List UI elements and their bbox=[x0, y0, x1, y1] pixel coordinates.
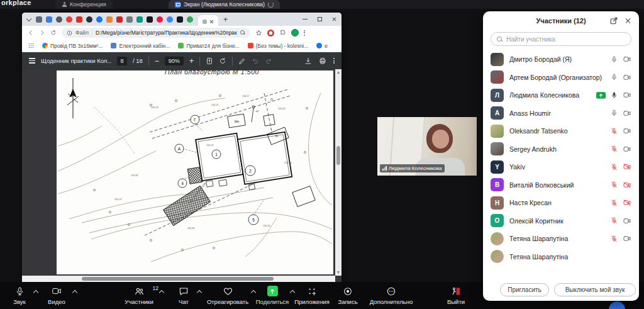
scroll-down-arrow[interactable] bbox=[337, 271, 340, 274]
pinned-tab-favicon[interactable] bbox=[96, 16, 103, 23]
url-omnibox[interactable]: Файл D:/Mega/різне/Магістратура/Практика… bbox=[62, 28, 250, 38]
share-button[interactable]: Поделиться bbox=[253, 285, 292, 305]
profile-avatar[interactable] bbox=[291, 29, 299, 37]
invite-button[interactable]: Пригласить bbox=[500, 283, 549, 296]
new-tab-button[interactable]: + bbox=[223, 16, 228, 23]
forward-icon[interactable] bbox=[39, 30, 45, 36]
pinned-tab-favicon[interactable] bbox=[187, 16, 193, 23]
chevron-up-icon[interactable] bbox=[33, 290, 38, 295]
pinned-tab-favicon[interactable] bbox=[136, 16, 143, 23]
pdf-more-icon[interactable] bbox=[333, 58, 335, 64]
fit-page-icon[interactable] bbox=[206, 57, 213, 65]
record-button[interactable]: Запись bbox=[332, 285, 364, 305]
horizontal-scrollbar[interactable] bbox=[22, 276, 335, 282]
bookmark-item[interactable]: (Без темы) - kolesni... bbox=[248, 43, 309, 49]
apps-button[interactable]: Приложения bbox=[292, 285, 332, 305]
extensions-puzzle-icon[interactable] bbox=[279, 30, 286, 37]
reload-icon[interactable] bbox=[50, 30, 57, 36]
participant-row[interactable]: Л Людмила Колесникова bbox=[483, 86, 639, 104]
bookmark-item[interactable]: Приват24 для бізне... bbox=[178, 43, 239, 49]
participant-row[interactable]: Тетяна Шарапутіна bbox=[483, 230, 639, 248]
download-icon[interactable] bbox=[304, 57, 312, 65]
pinned-tab-favicon[interactable] bbox=[106, 16, 113, 23]
participant-row[interactable]: A Anass Houmir bbox=[483, 104, 639, 123]
pinned-tab-favicon[interactable] bbox=[116, 16, 123, 23]
react-button[interactable]: Отреагировать bbox=[203, 285, 253, 305]
participant-row[interactable]: Oleksandr Tatsenko bbox=[483, 122, 639, 140]
pinned-tab-favicon[interactable] bbox=[177, 16, 183, 23]
print-icon[interactable] bbox=[319, 57, 326, 65]
participant-row[interactable]: Y Yakiv bbox=[483, 158, 639, 176]
browser-menu-icon[interactable] bbox=[304, 30, 305, 36]
more-button[interactable]: Дополнительно bbox=[366, 285, 416, 305]
apps-grid-icon[interactable] bbox=[28, 43, 34, 48]
pinned-tab-favicon[interactable] bbox=[56, 16, 62, 23]
video-button[interactable]: Видео bbox=[39, 285, 74, 305]
active-browser-tab[interactable] bbox=[198, 15, 218, 26]
rotate-icon[interactable] bbox=[219, 57, 226, 65]
participant-row[interactable]: Н Настя Кресан bbox=[483, 194, 639, 212]
zoom-out-button[interactable]: − bbox=[155, 57, 159, 65]
pinned-tab-favicon[interactable] bbox=[86, 16, 92, 23]
participant-search[interactable] bbox=[491, 32, 631, 46]
toolbar-divider bbox=[199, 57, 200, 65]
pinned-tab-favicon[interactable] bbox=[36, 16, 42, 23]
leave-button[interactable]: Выйти bbox=[440, 285, 472, 305]
participant-row[interactable]: Дмитро Бородай (Я) bbox=[483, 50, 639, 69]
pinned-tab-favicon[interactable] bbox=[76, 16, 82, 23]
vertical-scrollbar[interactable] bbox=[335, 69, 341, 276]
zoom-in-button[interactable]: + bbox=[189, 57, 194, 65]
pinned-tab-favicon[interactable] bbox=[147, 16, 153, 23]
minimize-icon[interactable] bbox=[303, 19, 308, 20]
tab-meeting[interactable]: Конференция bbox=[55, 0, 113, 9]
chat-label: Чат bbox=[179, 298, 189, 305]
camera-icon bbox=[623, 91, 631, 99]
vertical-scroll-thumb[interactable] bbox=[336, 146, 340, 165]
participant-row[interactable]: О Олексій Коритник bbox=[483, 212, 639, 230]
share-label: Поделиться bbox=[256, 298, 289, 305]
camera-icon bbox=[623, 235, 631, 242]
close-window-icon[interactable] bbox=[332, 17, 336, 21]
pdf-zoom-level[interactable]: 90% bbox=[165, 57, 184, 65]
chevron-up-icon[interactable] bbox=[72, 290, 77, 295]
chevron-up-icon[interactable] bbox=[159, 290, 164, 295]
chevron-up-icon[interactable] bbox=[197, 290, 202, 295]
bookmark-item[interactable]: Провід ПВ 3х16мм²... bbox=[42, 43, 103, 49]
pinned-tab-favicon[interactable] bbox=[167, 16, 173, 23]
bookmark-item[interactable]: e bbox=[316, 43, 328, 49]
pinned-tab-favicon[interactable] bbox=[126, 16, 133, 23]
participant-row[interactable]: Sergey Andrukh bbox=[483, 140, 639, 159]
info-icon[interactable] bbox=[67, 30, 72, 36]
zoom-page-icon[interactable] bbox=[240, 30, 245, 35]
pdf-page-input[interactable]: 8 bbox=[117, 57, 127, 65]
google-favicon bbox=[42, 43, 48, 48]
search-input[interactable] bbox=[506, 36, 625, 43]
participant-row[interactable]: В Виталій Волковський bbox=[483, 176, 639, 194]
chat-button[interactable]: Чат bbox=[169, 285, 199, 305]
mute-my-audio-button[interactable]: Выключить мой звук bbox=[554, 283, 636, 296]
tab-search-chevron-icon[interactable] bbox=[26, 16, 31, 21]
bookmark-star-icon[interactable] bbox=[255, 30, 262, 37]
annotate-pen-icon[interactable] bbox=[238, 57, 246, 65]
close-tab-icon[interactable] bbox=[209, 20, 214, 24]
scroll-up-arrow[interactable] bbox=[337, 71, 340, 74]
pinned-tab-favicon[interactable] bbox=[66, 16, 72, 23]
bookmark-item[interactable]: Електронний кабін... bbox=[111, 43, 170, 49]
back-icon[interactable] bbox=[28, 30, 34, 36]
pdf-page-total: / 18 bbox=[133, 57, 143, 64]
horizontal-scroll-thumb[interactable] bbox=[82, 277, 274, 281]
pinned-tab-favicon[interactable] bbox=[46, 16, 52, 23]
speaker-video-overlay[interactable]: Людмила Колесникова bbox=[377, 117, 477, 176]
pop-out-icon[interactable] bbox=[610, 17, 618, 25]
pinned-tab-favicon[interactable] bbox=[157, 16, 163, 23]
maximize-icon[interactable] bbox=[318, 17, 322, 21]
tab-screen-share[interactable]: Экран (Людмила Колесникова) bbox=[169, 0, 280, 9]
audio-button[interactable]: Звук bbox=[4, 285, 35, 305]
pdf-menu-icon[interactable] bbox=[29, 58, 35, 63]
participant-row[interactable]: Артем Бородай (Организатор) bbox=[483, 69, 639, 87]
close-panel-icon[interactable] bbox=[625, 18, 631, 24]
participants-button[interactable]: 12 Участники bbox=[117, 285, 161, 305]
participant-row[interactable]: Тетяна Шарапутіна bbox=[483, 248, 639, 266]
leave-door-icon bbox=[451, 286, 461, 296]
adblock-extension-icon[interactable] bbox=[267, 30, 274, 37]
